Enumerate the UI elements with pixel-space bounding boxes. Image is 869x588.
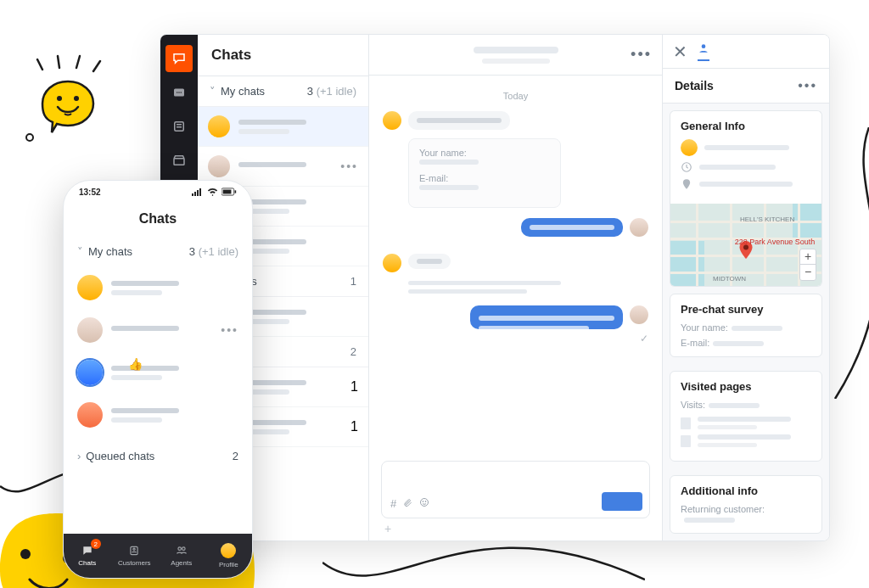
svg-rect-17: [174, 159, 184, 165]
map-zoom-controls: + −: [799, 249, 816, 281]
additional-info-card: Additional info Returning customer:: [670, 475, 822, 534]
svg-point-13: [181, 92, 182, 93]
chats-title: Chats: [198, 35, 368, 76]
outgoing-message: [383, 218, 648, 237]
svg-line-0: [37, 59, 42, 70]
phone-tab-chats[interactable]: 2 Chats: [64, 534, 111, 578]
person-tab-icon[interactable]: [698, 42, 709, 61]
visited-page-item[interactable]: [681, 417, 811, 429]
chat-item[interactable]: [64, 394, 252, 436]
my-chats-count: 3: [307, 85, 313, 98]
my-chats-section[interactable]: ˅ My chats 3 (+1 idle): [198, 76, 368, 107]
document-icon: [681, 435, 691, 447]
svg-point-34: [182, 547, 185, 551]
svg-line-2: [76, 56, 80, 68]
visited-pages-card: Visited pages Visits:: [670, 371, 822, 462]
chat-item[interactable]: 👍: [64, 351, 252, 394]
date-separator: Today: [383, 91, 648, 101]
svg-rect-29: [223, 190, 232, 194]
phone-mychats-label: My chats: [88, 245, 189, 258]
svg-point-12: [178, 92, 180, 93]
phone-tab-agents[interactable]: Agents: [158, 534, 205, 578]
phone-mychats-section[interactable]: ˅ My chats 3 (+1 idle): [64, 237, 252, 266]
contact-sub-placeholder: [482, 59, 550, 64]
zoom-in-button[interactable]: +: [800, 249, 816, 265]
my-chats-idle: (+1 idle): [317, 85, 356, 98]
conversation-column: ••• Today Your name: E-mail:: [369, 35, 663, 540]
details-title: Details: [675, 79, 798, 92]
svg-point-20: [425, 501, 426, 502]
visits-label: Visits:: [681, 400, 811, 410]
chevron-right-icon: ›: [77, 450, 81, 462]
phone-queued-section[interactable]: › Queued chats 2: [64, 441, 252, 471]
form-email-label: E-mail:: [419, 173, 550, 183]
svg-rect-26: [197, 190, 199, 196]
phone-tab-bar: 2 Chats Customers Agents Profile: [64, 534, 252, 578]
avatar: [383, 111, 401, 130]
avatar: [77, 402, 103, 428]
more-icon[interactable]: •••: [798, 78, 817, 93]
phone-queued-label: Queued chats: [86, 450, 232, 462]
chevron-down-icon: ˅: [210, 85, 216, 98]
queued-count: 2: [350, 345, 356, 358]
returning-customer-label: Returning customer:: [681, 504, 811, 524]
nav-messages-icon[interactable]: [165, 79, 193, 106]
form-name-label: Your name:: [419, 148, 550, 158]
additional-info-title: Additional info: [681, 484, 811, 497]
map-card[interactable]: 228 Park Avenue South MIDTOWN HELL'S KIT…: [670, 204, 822, 287]
attach-icon[interactable]: [403, 497, 412, 511]
svg-point-11: [177, 92, 178, 93]
thumbs-up-icon: 👍: [128, 357, 143, 371]
svg-line-1: [58, 56, 59, 68]
hash-icon[interactable]: #: [390, 497, 396, 511]
composer-tools: #: [390, 497, 429, 511]
svg-point-6: [26, 134, 33, 141]
chevron-down-icon: ˅: [77, 245, 83, 258]
close-icon[interactable]: ✕: [673, 42, 687, 62]
chat-item[interactable]: [198, 107, 368, 147]
avatar: [77, 360, 103, 385]
avatar: [208, 115, 230, 137]
svg-point-4: [57, 96, 62, 101]
general-info-title: General Info: [681, 120, 811, 132]
conversation-header: •••: [369, 35, 662, 76]
chat-item[interactable]: [64, 266, 252, 309]
general-info-card: General Info: [670, 110, 822, 204]
message-composer[interactable]: #: [381, 461, 650, 518]
nav-chats-icon[interactable]: [165, 45, 193, 72]
more-icon[interactable]: •••: [631, 46, 652, 64]
svg-rect-27: [199, 188, 201, 196]
send-button[interactable]: [602, 492, 642, 511]
decorative-circle: [24, 132, 36, 143]
phone-mychats-idle: (+1 idle): [199, 245, 238, 258]
prechat-form: Your name: E-mail:: [408, 138, 561, 208]
emoji-icon[interactable]: [419, 497, 429, 511]
visited-page-item[interactable]: [681, 434, 811, 447]
avatar: [630, 305, 648, 324]
details-topbar: ✕: [663, 35, 829, 69]
add-attachment-icon[interactable]: +: [384, 522, 662, 535]
conversation-body: Today Your name: E-mail:: [369, 76, 662, 452]
avatar: [630, 218, 648, 237]
prechat-survey-card: Pre-chat survey Your name: E-mail:: [670, 294, 822, 357]
chat-item[interactable]: •••: [64, 309, 252, 351]
phone-tab-customers[interactable]: Customers: [111, 534, 159, 578]
profile-avatar-icon: [221, 543, 236, 558]
signal-icon: [192, 188, 204, 196]
incoming-message: [383, 254, 648, 272]
nav-archive-icon[interactable]: [165, 147, 193, 174]
avatar: [208, 155, 230, 177]
nav-customers-icon[interactable]: [165, 113, 193, 140]
zoom-out-button[interactable]: −: [800, 265, 816, 280]
svg-point-7: [20, 549, 31, 559]
details-header: Details •••: [663, 69, 829, 104]
avatar: [383, 254, 401, 272]
read-receipt-icon: ✓: [383, 333, 648, 344]
contact-name-placeholder: [474, 47, 558, 53]
avatar: [681, 139, 698, 156]
clock-icon: [681, 161, 692, 173]
svg-rect-25: [194, 192, 196, 196]
decorative-sparks: [25, 51, 110, 76]
svg-point-19: [423, 501, 423, 502]
details-column: ✕ Details ••• General Info: [663, 35, 829, 540]
